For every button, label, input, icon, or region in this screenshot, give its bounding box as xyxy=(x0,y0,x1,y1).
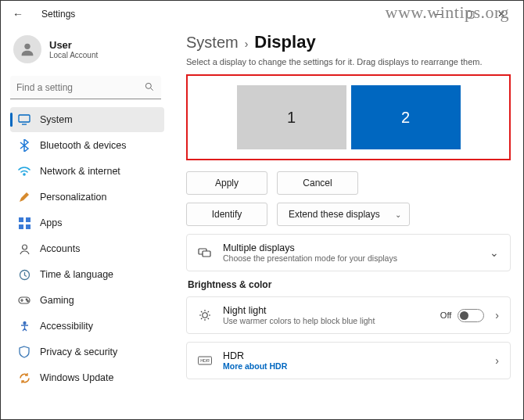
chevron-right-icon: › xyxy=(245,38,249,50)
night-light-toggle[interactable] xyxy=(458,309,484,322)
breadcrumb: System › Display xyxy=(186,32,511,52)
sidebar-item-label: Apps xyxy=(40,217,63,228)
section-header-brightness: Brightness & color xyxy=(188,279,511,290)
chevron-down-icon: ⌄ xyxy=(395,210,401,219)
chevron-down-icon: ⌄ xyxy=(490,246,499,259)
svg-rect-6 xyxy=(26,217,31,222)
sidebar-item-time[interactable]: Time & language xyxy=(10,262,164,287)
accounts-icon xyxy=(18,242,31,255)
user-subtitle: Local Account xyxy=(49,51,98,59)
nav-list: System Bluetooth & devices Network & int… xyxy=(10,107,164,390)
card-title: Multiple displays xyxy=(223,242,479,253)
minimize-button[interactable]: ─ xyxy=(423,3,454,25)
accessibility-icon xyxy=(18,320,31,332)
svg-point-9 xyxy=(22,245,27,249)
sidebar-item-accounts[interactable]: Accounts xyxy=(10,236,164,261)
sidebar-item-gaming[interactable]: Gaming xyxy=(10,288,164,313)
clock-icon xyxy=(18,268,31,281)
hdr-more-link[interactable]: More about HDR xyxy=(223,361,484,371)
search-icon xyxy=(144,81,155,92)
multiple-displays-icon xyxy=(198,246,212,260)
system-icon xyxy=(18,113,31,126)
sidebar-item-label: Accessibility xyxy=(40,321,93,332)
sidebar-item-label: Windows Update xyxy=(40,372,114,383)
maximize-button[interactable]: ▢ xyxy=(454,3,486,25)
bluetooth-icon xyxy=(18,139,31,152)
card-title: Night light xyxy=(223,305,429,316)
svg-rect-16 xyxy=(203,251,210,257)
svg-point-13 xyxy=(27,300,29,302)
breadcrumb-parent[interactable]: System xyxy=(186,34,239,52)
update-icon xyxy=(18,372,31,384)
svg-point-14 xyxy=(23,321,26,324)
multiple-displays-card[interactable]: Multiple displays Choose the presentatio… xyxy=(186,234,511,271)
sidebar-item-network[interactable]: Network & internet xyxy=(10,159,164,184)
hdr-icon: HDR xyxy=(198,354,212,368)
window-title: Settings xyxy=(41,9,75,20)
monitor-2[interactable]: 2 xyxy=(351,85,461,149)
window-controls: ─ ▢ ✕ xyxy=(423,3,517,25)
identify-button[interactable]: Identify xyxy=(186,203,267,226)
card-subtitle: Choose the presentation mode for your di… xyxy=(223,253,479,263)
svg-rect-5 xyxy=(19,217,23,222)
svg-point-12 xyxy=(26,299,27,300)
sidebar-item-label: System xyxy=(40,114,73,125)
sidebar-item-label: Bluetooth & devices xyxy=(40,140,127,151)
sidebar: User Local Account System Bluetooth & de… xyxy=(1,27,169,419)
monitor-1[interactable]: 1 xyxy=(237,85,346,149)
sidebar-item-personalization[interactable]: Personalization xyxy=(10,185,164,210)
shield-icon xyxy=(18,346,31,358)
page-title: Display xyxy=(254,32,315,52)
sidebar-item-label: Network & internet xyxy=(40,166,120,177)
user-account-row[interactable]: User Local Account xyxy=(10,31,164,73)
sidebar-item-bluetooth[interactable]: Bluetooth & devices xyxy=(10,133,164,158)
hdr-card[interactable]: HDR HDR More about HDR › xyxy=(186,342,511,379)
display-arrangement[interactable]: 1 2 xyxy=(186,74,511,160)
sidebar-item-label: Time & language xyxy=(40,269,113,280)
sidebar-item-label: Privacy & security xyxy=(40,346,117,357)
cancel-button[interactable]: Cancel xyxy=(277,171,358,195)
paintbrush-icon xyxy=(18,191,31,203)
sidebar-item-accessibility[interactable]: Accessibility xyxy=(10,314,164,339)
display-mode-dropdown[interactable]: Extend these displays ⌄ xyxy=(277,203,410,226)
back-button[interactable]: ← xyxy=(7,3,29,25)
avatar xyxy=(13,35,41,63)
svg-point-17 xyxy=(203,313,207,318)
svg-rect-3 xyxy=(19,115,30,122)
dropdown-label: Extend these displays xyxy=(289,209,380,220)
svg-point-0 xyxy=(24,44,30,49)
sidebar-item-system[interactable]: System xyxy=(10,107,164,132)
chevron-right-icon: › xyxy=(495,354,499,367)
svg-text:HDR: HDR xyxy=(200,358,210,363)
titlebar: ← Settings ─ ▢ ✕ xyxy=(1,1,523,27)
gaming-icon xyxy=(18,294,31,307)
close-button[interactable]: ✕ xyxy=(486,3,517,25)
svg-rect-8 xyxy=(26,224,31,229)
svg-point-1 xyxy=(145,83,151,88)
apply-button[interactable]: Apply xyxy=(186,171,267,195)
search-input[interactable] xyxy=(10,76,161,99)
card-title: HDR xyxy=(223,350,484,361)
wifi-icon xyxy=(18,165,31,178)
svg-line-2 xyxy=(151,88,153,91)
sidebar-item-label: Personalization xyxy=(40,192,106,203)
sidebar-item-privacy[interactable]: Privacy & security xyxy=(10,339,164,364)
sidebar-item-apps[interactable]: Apps xyxy=(10,210,164,235)
svg-rect-7 xyxy=(19,224,23,229)
sidebar-item-update[interactable]: Windows Update xyxy=(10,365,164,390)
sidebar-item-label: Gaming xyxy=(40,295,74,306)
card-subtitle: Use warmer colors to help block blue lig… xyxy=(223,316,429,325)
main-content: System › Display Select a display to cha… xyxy=(169,27,523,419)
chevron-right-icon: › xyxy=(495,309,499,321)
sidebar-item-label: Accounts xyxy=(40,243,80,254)
apps-icon xyxy=(18,217,31,229)
user-name: User xyxy=(49,39,98,51)
page-description: Select a display to change the settings … xyxy=(186,57,511,66)
night-light-card[interactable]: Night light Use warmer colors to help bl… xyxy=(186,296,511,334)
toggle-state: Off xyxy=(440,311,451,320)
night-light-icon xyxy=(198,308,212,322)
